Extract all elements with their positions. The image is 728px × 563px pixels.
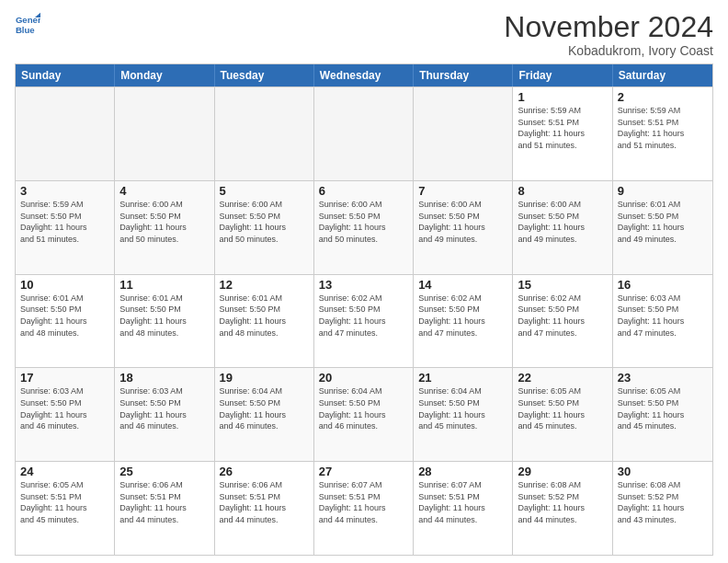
day-number: 23	[618, 371, 708, 385]
month-title: November 2024	[504, 11, 713, 43]
day-number: 11	[119, 278, 209, 292]
weekday-header: Wednesday	[314, 64, 414, 86]
calendar-cell: 18Sunrise: 6:03 AM Sunset: 5:50 PM Dayli…	[115, 368, 214, 461]
calendar-cell	[314, 87, 414, 180]
calendar-cell: 25Sunrise: 6:06 AM Sunset: 5:51 PM Dayli…	[115, 462, 214, 555]
day-info: Sunrise: 6:06 AM Sunset: 5:51 PM Dayligh…	[119, 479, 209, 525]
day-number: 27	[319, 465, 408, 478]
day-info: Sunrise: 6:00 AM Sunset: 5:50 PM Dayligh…	[319, 199, 408, 245]
calendar-cell: 5Sunrise: 6:00 AM Sunset: 5:50 PM Daylig…	[215, 181, 314, 274]
day-number: 6	[319, 184, 408, 198]
day-number: 28	[418, 465, 507, 478]
day-number: 18	[119, 371, 209, 385]
day-number: 19	[220, 371, 309, 385]
calendar-cell: 15Sunrise: 6:02 AM Sunset: 5:50 PM Dayli…	[513, 275, 612, 368]
calendar-cell: 9Sunrise: 6:01 AM Sunset: 5:50 PM Daylig…	[613, 181, 712, 274]
day-info: Sunrise: 6:08 AM Sunset: 5:52 PM Dayligh…	[518, 479, 607, 525]
day-number: 9	[618, 184, 708, 198]
day-info: Sunrise: 6:00 AM Sunset: 5:50 PM Dayligh…	[418, 199, 507, 245]
weekday-header: Saturday	[613, 64, 712, 86]
day-number: 30	[618, 465, 708, 478]
day-number: 7	[418, 184, 507, 198]
calendar-cell: 8Sunrise: 6:00 AM Sunset: 5:50 PM Daylig…	[513, 181, 612, 274]
day-info: Sunrise: 6:04 AM Sunset: 5:50 PM Dayligh…	[418, 385, 507, 431]
day-number: 26	[220, 465, 309, 478]
title-block: November 2024 Kobadukrom, Ivory Coast	[504, 11, 713, 58]
weekday-header: Tuesday	[215, 64, 314, 86]
calendar-cell: 28Sunrise: 6:07 AM Sunset: 5:51 PM Dayli…	[414, 462, 513, 555]
day-number: 5	[220, 184, 309, 198]
day-info: Sunrise: 6:01 AM Sunset: 5:50 PM Dayligh…	[20, 293, 109, 339]
day-info: Sunrise: 6:03 AM Sunset: 5:50 PM Dayligh…	[618, 293, 708, 339]
weekday-header: Sunday	[16, 64, 115, 86]
calendar: SundayMondayTuesdayWednesdayThursdayFrid…	[15, 63, 713, 556]
calendar-cell: 29Sunrise: 6:08 AM Sunset: 5:52 PM Dayli…	[513, 462, 612, 555]
calendar-cell: 19Sunrise: 6:04 AM Sunset: 5:50 PM Dayli…	[215, 368, 314, 461]
day-number: 13	[319, 278, 408, 292]
calendar-cell: 26Sunrise: 6:06 AM Sunset: 5:51 PM Dayli…	[215, 462, 314, 555]
location: Kobadukrom, Ivory Coast	[504, 43, 713, 58]
logo: General Blue	[15, 11, 40, 37]
calendar-cell: 4Sunrise: 6:00 AM Sunset: 5:50 PM Daylig…	[115, 181, 214, 274]
weekday-header: Thursday	[414, 64, 513, 86]
calendar-cell	[115, 87, 214, 180]
calendar-cell: 2Sunrise: 5:59 AM Sunset: 5:51 PM Daylig…	[613, 87, 712, 180]
calendar-cell: 10Sunrise: 6:01 AM Sunset: 5:50 PM Dayli…	[16, 275, 115, 368]
calendar-cell: 20Sunrise: 6:04 AM Sunset: 5:50 PM Dayli…	[314, 368, 414, 461]
day-info: Sunrise: 6:01 AM Sunset: 5:50 PM Dayligh…	[220, 293, 309, 339]
calendar-cell: 11Sunrise: 6:01 AM Sunset: 5:50 PM Dayli…	[115, 275, 214, 368]
day-info: Sunrise: 6:02 AM Sunset: 5:50 PM Dayligh…	[418, 293, 507, 339]
calendar-cell: 21Sunrise: 6:04 AM Sunset: 5:50 PM Dayli…	[414, 368, 513, 461]
day-info: Sunrise: 6:02 AM Sunset: 5:50 PM Dayligh…	[319, 293, 408, 339]
calendar-cell	[215, 87, 314, 180]
calendar-cell	[414, 87, 513, 180]
weekday-header: Monday	[115, 64, 214, 86]
calendar-body: 1Sunrise: 5:59 AM Sunset: 5:51 PM Daylig…	[16, 86, 712, 555]
calendar-cell: 14Sunrise: 6:02 AM Sunset: 5:50 PM Dayli…	[414, 275, 513, 368]
day-info: Sunrise: 6:03 AM Sunset: 5:50 PM Dayligh…	[119, 385, 209, 431]
day-info: Sunrise: 6:02 AM Sunset: 5:50 PM Dayligh…	[518, 293, 607, 339]
calendar-cell: 27Sunrise: 6:07 AM Sunset: 5:51 PM Dayli…	[314, 462, 414, 555]
day-info: Sunrise: 6:00 AM Sunset: 5:50 PM Dayligh…	[220, 199, 309, 245]
day-info: Sunrise: 5:59 AM Sunset: 5:50 PM Dayligh…	[20, 199, 109, 245]
calendar-cell: 3Sunrise: 5:59 AM Sunset: 5:50 PM Daylig…	[16, 181, 115, 274]
logo-icon: General Blue	[15, 11, 40, 37]
day-info: Sunrise: 6:05 AM Sunset: 5:50 PM Dayligh…	[518, 385, 607, 431]
day-number: 21	[418, 371, 507, 385]
day-number: 10	[20, 278, 109, 292]
day-number: 4	[119, 184, 209, 198]
calendar-cell: 17Sunrise: 6:03 AM Sunset: 5:50 PM Dayli…	[16, 368, 115, 461]
day-info: Sunrise: 6:00 AM Sunset: 5:50 PM Dayligh…	[119, 199, 209, 245]
calendar-cell: 30Sunrise: 6:08 AM Sunset: 5:52 PM Dayli…	[613, 462, 712, 555]
calendar-row: 1Sunrise: 5:59 AM Sunset: 5:51 PM Daylig…	[16, 86, 712, 180]
day-number: 17	[20, 371, 109, 385]
day-number: 29	[518, 465, 607, 478]
day-number: 3	[20, 184, 109, 198]
calendar-cell	[16, 87, 115, 180]
day-info: Sunrise: 6:06 AM Sunset: 5:51 PM Dayligh…	[220, 479, 309, 525]
day-info: Sunrise: 6:05 AM Sunset: 5:51 PM Dayligh…	[20, 479, 109, 525]
day-info: Sunrise: 6:08 AM Sunset: 5:52 PM Dayligh…	[618, 479, 708, 525]
day-info: Sunrise: 6:07 AM Sunset: 5:51 PM Dayligh…	[319, 479, 408, 525]
day-number: 8	[518, 184, 607, 198]
calendar-row: 17Sunrise: 6:03 AM Sunset: 5:50 PM Dayli…	[16, 367, 712, 461]
day-number: 22	[518, 371, 607, 385]
calendar-cell: 24Sunrise: 6:05 AM Sunset: 5:51 PM Dayli…	[16, 462, 115, 555]
day-info: Sunrise: 6:04 AM Sunset: 5:50 PM Dayligh…	[220, 385, 309, 431]
calendar-cell: 7Sunrise: 6:00 AM Sunset: 5:50 PM Daylig…	[414, 181, 513, 274]
calendar-row: 3Sunrise: 5:59 AM Sunset: 5:50 PM Daylig…	[16, 180, 712, 274]
calendar-cell: 6Sunrise: 6:00 AM Sunset: 5:50 PM Daylig…	[314, 181, 414, 274]
calendar-header: SundayMondayTuesdayWednesdayThursdayFrid…	[16, 64, 712, 86]
calendar-cell: 22Sunrise: 6:05 AM Sunset: 5:50 PM Dayli…	[513, 368, 612, 461]
page: General Blue November 2024 Kobadukrom, I…	[0, 0, 728, 563]
day-number: 25	[119, 465, 209, 478]
day-number: 12	[220, 278, 309, 292]
calendar-cell: 1Sunrise: 5:59 AM Sunset: 5:51 PM Daylig…	[513, 87, 612, 180]
calendar-cell: 16Sunrise: 6:03 AM Sunset: 5:50 PM Dayli…	[613, 275, 712, 368]
day-number: 15	[518, 278, 607, 292]
weekday-header: Friday	[513, 64, 612, 86]
calendar-cell: 13Sunrise: 6:02 AM Sunset: 5:50 PM Dayli…	[314, 275, 414, 368]
calendar-cell: 23Sunrise: 6:05 AM Sunset: 5:50 PM Dayli…	[613, 368, 712, 461]
day-info: Sunrise: 5:59 AM Sunset: 5:51 PM Dayligh…	[518, 105, 607, 151]
day-number: 20	[319, 371, 408, 385]
